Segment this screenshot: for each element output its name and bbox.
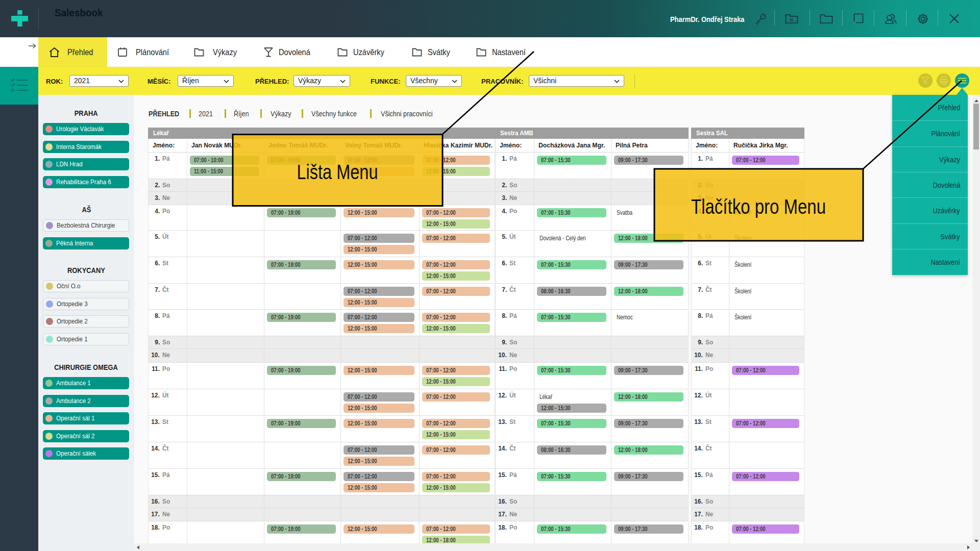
svg-text:N: N	[790, 17, 793, 22]
